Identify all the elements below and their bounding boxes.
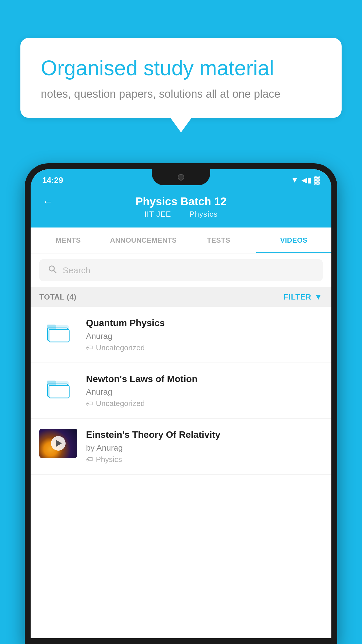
search-icon <box>48 265 57 276</box>
app-header: ← Physics Batch 12 IIT JEE Physics <box>31 190 331 228</box>
folder-icon-wrap <box>39 373 77 402</box>
video-list: Quantum Physics Anurag 🏷 Uncategorized <box>31 307 331 475</box>
tag-icon: 🏷 <box>86 400 93 408</box>
speech-bubble-wrap: Organised study material notes, question… <box>20 38 342 118</box>
batch-subject: Physics <box>189 210 218 218</box>
video-title: Quantum Physics <box>86 317 323 329</box>
search-placeholder: Search <box>63 265 90 275</box>
filter-icon: ▼ <box>314 292 323 302</box>
tag-icon: 🏷 <box>86 344 93 352</box>
play-button[interactable] <box>51 436 66 451</box>
svg-rect-8 <box>47 381 56 384</box>
video-author: Anurag <box>86 332 323 341</box>
video-title: Newton's Laws of Motion <box>86 373 323 385</box>
header-subtitle: IIT JEE Physics <box>140 210 222 219</box>
phone-frame: 14:29 ▼ ◀▮ ▓ ← Physics Batch 12 IIT JEE … <box>25 163 337 644</box>
list-item[interactable]: Einstein's Theory Of Relativity by Anura… <box>31 419 331 475</box>
camera-dot <box>178 174 184 181</box>
video-info: Quantum Physics Anurag 🏷 Uncategorized <box>86 317 323 352</box>
status-time: 14:29 <box>42 176 63 185</box>
back-button[interactable]: ← <box>42 195 53 208</box>
search-bar[interactable]: Search <box>39 259 323 281</box>
filter-button[interactable]: FILTER ▼ <box>284 292 323 302</box>
tab-videos[interactable]: VIDEOS <box>256 228 331 253</box>
play-triangle-icon <box>56 440 62 447</box>
video-info: Einstein's Theory Of Relativity by Anura… <box>86 429 323 464</box>
video-author: by Anurag <box>86 443 323 453</box>
video-author: Anurag <box>86 387 323 397</box>
signal-icon: ◀▮ <box>301 176 311 185</box>
phone-notch <box>152 169 210 185</box>
bubble-title: Organised study material <box>41 55 321 80</box>
video-tag: 🏷 Uncategorized <box>86 343 323 352</box>
phone-inner: 14:29 ▼ ◀▮ ▓ ← Physics Batch 12 IIT JEE … <box>31 169 331 638</box>
svg-rect-4 <box>47 325 56 329</box>
svg-rect-9 <box>49 385 69 398</box>
video-info: Newton's Laws of Motion Anurag 🏷 Uncateg… <box>86 373 323 408</box>
speech-bubble: Organised study material notes, question… <box>20 38 342 118</box>
bubble-subtitle: notes, question papers, solutions all at… <box>41 88 321 100</box>
tag-icon: 🏷 <box>86 455 93 463</box>
folder-icon-wrap <box>39 317 77 346</box>
list-item[interactable]: Quantum Physics Anurag 🏷 Uncategorized <box>31 307 331 363</box>
video-title: Einstein's Theory Of Relativity <box>86 429 323 441</box>
tab-tests[interactable]: TESTS <box>181 228 256 253</box>
svg-point-0 <box>49 266 55 271</box>
svg-rect-5 <box>49 330 69 342</box>
header-row: ← Physics Batch 12 <box>42 195 320 208</box>
svg-line-1 <box>54 270 56 273</box>
battery-icon: ▓ <box>314 176 320 185</box>
search-container: Search <box>31 253 331 287</box>
total-count: TOTAL (4) <box>39 293 76 302</box>
batch-category: IIT JEE <box>144 210 171 218</box>
status-icons: ▼ ◀▮ ▓ <box>291 176 320 185</box>
tabs-bar: MENTS ANNOUNCEMENTS TESTS VIDEOS <box>31 228 331 253</box>
page-title: Physics Batch 12 <box>136 195 227 208</box>
tab-announcements[interactable]: ANNOUNCEMENTS <box>106 228 181 253</box>
video-tag: 🏷 Physics <box>86 455 323 464</box>
list-item[interactable]: Newton's Laws of Motion Anurag 🏷 Uncateg… <box>31 363 331 419</box>
filter-row: TOTAL (4) FILTER ▼ <box>31 287 331 307</box>
wifi-icon: ▼ <box>291 176 298 185</box>
video-thumbnail <box>39 429 77 458</box>
tab-ments[interactable]: MENTS <box>31 228 106 253</box>
video-tag: 🏷 Uncategorized <box>86 399 323 408</box>
